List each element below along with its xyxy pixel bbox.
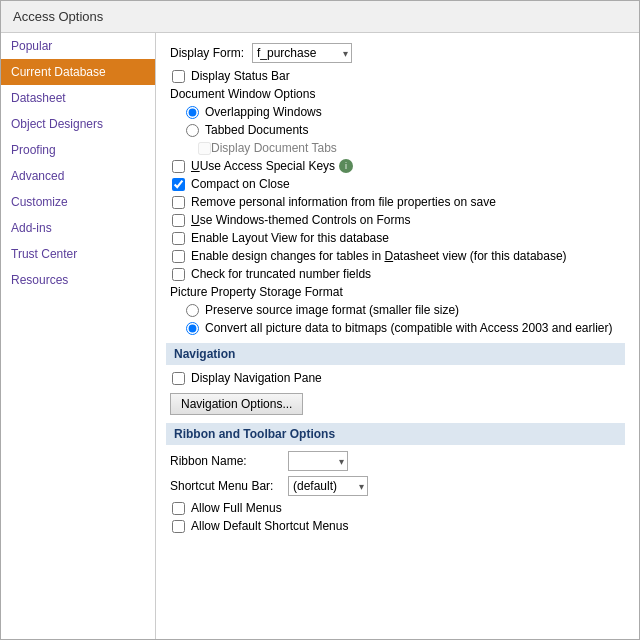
use-access-special-keys-label: UUse Access Special KeysUse Access Speci…	[191, 159, 335, 173]
overlapping-windows-radio[interactable]	[186, 106, 199, 119]
remove-personal-info-row: Remove personal information from file pr…	[172, 195, 625, 209]
sidebar-item-trust-center[interactable]: Trust Center	[1, 241, 155, 267]
access-options-window: Access Options Popular Current Database …	[0, 0, 640, 640]
overlapping-windows-row: Overlapping Windows	[186, 105, 625, 119]
overlapping-windows-label: Overlapping Windows	[205, 105, 322, 119]
enable-layout-view-label: Enable Layout View for this database	[191, 231, 389, 245]
enable-design-changes-row: Enable design changes for tables in Data…	[172, 249, 625, 263]
sidebar: Popular Current Database Datasheet Objec…	[1, 33, 156, 639]
sidebar-item-datasheet[interactable]: Datasheet	[1, 85, 155, 111]
compact-on-close-checkbox[interactable]	[172, 178, 185, 191]
ribbon-toolbar-section-header: Ribbon and Toolbar Options	[166, 423, 625, 445]
display-form-select-wrapper: f_purchase	[252, 43, 352, 63]
title-bar: Access Options	[1, 1, 639, 33]
ribbon-name-row: Ribbon Name:	[170, 451, 625, 471]
allow-full-menus-row: Allow Full Menus	[172, 501, 625, 515]
convert-all-picture-radio[interactable]	[186, 322, 199, 335]
use-windows-themed-checkbox[interactable]	[172, 214, 185, 227]
sidebar-item-proofing[interactable]: Proofing	[1, 137, 155, 163]
sidebar-item-add-ins[interactable]: Add-ins	[1, 215, 155, 241]
preserve-source-radio[interactable]	[186, 304, 199, 317]
allow-full-menus-label: Allow Full Menus	[191, 501, 282, 515]
main-content: Display Form: f_purchase Display Status …	[156, 33, 639, 639]
shortcut-menu-bar-label: Shortcut Menu Bar:	[170, 479, 280, 493]
remove-personal-info-checkbox[interactable]	[172, 196, 185, 209]
allow-default-shortcut-checkbox[interactable]	[172, 520, 185, 533]
tabbed-documents-label: Tabbed Documents	[205, 123, 308, 137]
check-truncated-row: Check for truncated number fields	[172, 267, 625, 281]
allow-default-shortcut-label: Allow Default Shortcut Menus	[191, 519, 348, 533]
use-access-special-keys-row: UUse Access Special KeysUse Access Speci…	[172, 159, 625, 173]
display-navigation-pane-label: Display Navigation Pane	[191, 371, 322, 385]
info-icon: i	[339, 159, 353, 173]
remove-personal-info-label: Remove personal information from file pr…	[191, 195, 496, 209]
enable-design-changes-label: Enable design changes for tables in Data…	[191, 249, 567, 263]
sidebar-item-resources[interactable]: Resources	[1, 267, 155, 293]
display-document-tabs-checkbox	[198, 142, 211, 155]
picture-property-label: Picture Property Storage Format	[170, 285, 625, 299]
compact-on-close-row: Compact on Close	[172, 177, 625, 191]
display-navigation-pane-checkbox[interactable]	[172, 372, 185, 385]
compact-on-close-label: Compact on Close	[191, 177, 290, 191]
sidebar-item-popular[interactable]: Popular	[1, 33, 155, 59]
enable-design-changes-checkbox[interactable]	[172, 250, 185, 263]
sidebar-item-current-database[interactable]: Current Database	[1, 59, 155, 85]
display-status-bar-label: Display Status Bar	[191, 69, 290, 83]
display-document-tabs-row: Display Document Tabs	[198, 141, 625, 155]
use-windows-themed-row: Use Windows-themed Controls on Forms	[172, 213, 625, 227]
use-windows-themed-label: Use Windows-themed Controls on Forms	[191, 213, 410, 227]
tabbed-documents-radio[interactable]	[186, 124, 199, 137]
shortcut-menu-bar-select[interactable]: (default)	[288, 476, 368, 496]
sidebar-item-object-designers[interactable]: Object Designers	[1, 111, 155, 137]
ribbon-name-label: Ribbon Name:	[170, 454, 280, 468]
sidebar-item-customize[interactable]: Customize	[1, 189, 155, 215]
enable-layout-view-row: Enable Layout View for this database	[172, 231, 625, 245]
check-truncated-checkbox[interactable]	[172, 268, 185, 281]
display-form-select[interactable]: f_purchase	[252, 43, 352, 63]
enable-layout-view-checkbox[interactable]	[172, 232, 185, 245]
use-access-special-keys-checkbox[interactable]	[172, 160, 185, 173]
display-status-bar-checkbox[interactable]	[172, 70, 185, 83]
sidebar-item-advanced[interactable]: Advanced	[1, 163, 155, 189]
preserve-source-row: Preserve source image format (smaller fi…	[186, 303, 625, 317]
display-navigation-pane-row: Display Navigation Pane	[172, 371, 625, 385]
preserve-source-label: Preserve source image format (smaller fi…	[205, 303, 459, 317]
doc-window-options-label: Document Window Options	[170, 87, 625, 101]
display-form-row: Display Form: f_purchase	[170, 43, 625, 63]
convert-all-picture-row: Convert all picture data to bitmaps (com…	[186, 321, 625, 335]
shortcut-menu-bar-row: Shortcut Menu Bar: (default)	[170, 476, 625, 496]
display-document-tabs-label: Display Document Tabs	[211, 141, 337, 155]
navigation-section-header: Navigation	[166, 343, 625, 365]
display-status-bar-row: Display Status Bar	[172, 69, 625, 83]
convert-all-picture-label: Convert all picture data to bitmaps (com…	[205, 321, 613, 335]
shortcut-menu-bar-select-wrapper: (default)	[288, 476, 368, 496]
display-form-label: Display Form:	[170, 46, 244, 60]
check-truncated-label: Check for truncated number fields	[191, 267, 371, 281]
ribbon-name-select[interactable]	[288, 451, 348, 471]
navigation-options-button[interactable]: Navigation Options...	[170, 393, 303, 415]
ribbon-name-select-wrapper	[288, 451, 348, 471]
allow-default-shortcut-row: Allow Default Shortcut Menus	[172, 519, 625, 533]
allow-full-menus-checkbox[interactable]	[172, 502, 185, 515]
tabbed-documents-row: Tabbed Documents	[186, 123, 625, 137]
window-title: Access Options	[13, 9, 103, 24]
